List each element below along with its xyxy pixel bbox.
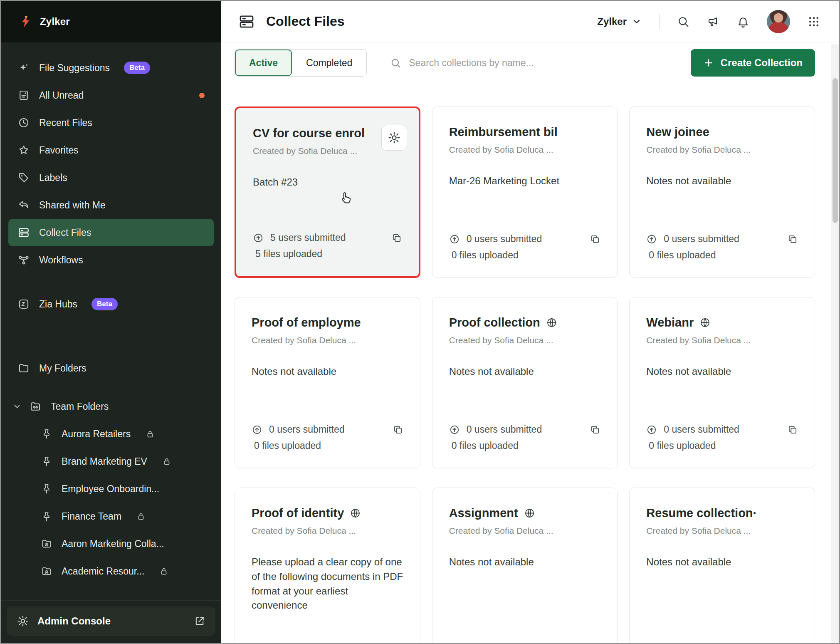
sidebar-item-labels[interactable]: Labels: [8, 164, 214, 191]
admin-console-bar: Admin Console: [1, 600, 221, 643]
sidebar-item-label: Recent Files: [39, 117, 92, 129]
sidebar-item-workflows[interactable]: Workflows: [8, 246, 214, 274]
lock-icon: [136, 512, 146, 521]
workflow-icon: [17, 254, 30, 266]
admin-console-button[interactable]: Admin Console: [7, 607, 215, 636]
files-uploaded: 0 files uploaded: [449, 250, 601, 261]
sidebar-item-label: Aurora Retailers: [62, 429, 131, 440]
apps-grid-icon[interactable]: [808, 15, 820, 28]
sidebar-item-academic-resources[interactable]: Academic Resour...: [8, 557, 214, 585]
sidebar-item-label: Brand Marketing EV: [62, 456, 147, 467]
collection-creator: Created by Sofia Deluca ...: [449, 145, 601, 155]
sidebar-item-label: Aaron Marketing Colla...: [62, 538, 164, 550]
collection-card[interactable]: Resume collection· Created by Sofia Delu…: [629, 488, 815, 643]
collections-grid: CV for course enrol Created by Sofia Del…: [235, 107, 815, 643]
collection-settings-button[interactable]: [381, 125, 407, 151]
collection-search: [390, 57, 689, 69]
pin-icon: [41, 510, 52, 522]
lock-icon: [159, 567, 168, 576]
collection-title: Proof of identity: [252, 506, 344, 520]
announcement-icon[interactable]: [707, 15, 719, 28]
collection-card[interactable]: Assignment Created by Sofia Deluca ... N…: [432, 488, 618, 643]
collection-note: Notes not available: [646, 364, 798, 413]
avatar[interactable]: [767, 10, 790, 33]
sidebar-item-zia-hubs[interactable]: Zia Hubs Beta: [8, 290, 214, 318]
collection-card[interactable]: Webianr Created by Sofia Deluca ... Note…: [629, 297, 815, 468]
sidebar-item-label: All Unread: [39, 90, 84, 101]
external-link-icon: [194, 615, 205, 627]
main-area: Collect Files Zylker: [221, 1, 839, 643]
sidebar-item-label: Zia Hubs: [39, 299, 77, 310]
collection-card[interactable]: Proof of identity Created by Sofia Deluc…: [235, 488, 420, 643]
sidebar-item-recent-files[interactable]: Recent Files: [8, 109, 214, 136]
collection-creator: Created by Sofia Deluca ...: [252, 526, 403, 536]
workspace-dropdown[interactable]: Zylker: [597, 16, 642, 27]
collection-title: Proof collection: [449, 316, 540, 329]
zylker-logo-icon: [18, 14, 33, 29]
sidebar-item-brand-marketing-ev[interactable]: Brand Marketing EV: [8, 448, 214, 475]
gear-icon: [17, 615, 29, 627]
copy-link-icon[interactable]: [590, 424, 600, 435]
sidebar-item-collect-files[interactable]: Collect Files: [8, 219, 214, 246]
users-submitted: 0 users submitted: [467, 233, 542, 245]
sidebar-item-employee-onboarding[interactable]: Employee Onboardin...: [8, 475, 214, 503]
vertical-scrollbar[interactable]: [831, 44, 839, 643]
collection-title: Resume collection·: [646, 506, 757, 520]
tab-completed[interactable]: Completed: [292, 50, 366, 76]
collection-stats: 0 users submitted 0 files uploaded: [252, 424, 403, 451]
header-actions: Zylker: [597, 10, 820, 33]
copy-link-icon[interactable]: [393, 424, 403, 435]
globe-icon: [524, 508, 535, 519]
sidebar-item-aaron-marketing[interactable]: Aaron Marketing Colla...: [8, 530, 214, 557]
pin-icon: [41, 456, 52, 467]
sidebar-item-my-folders[interactable]: My Folders: [8, 354, 214, 382]
sidebar-item-shared-with-me[interactable]: Shared with Me: [8, 191, 214, 219]
sidebar-item-favorites[interactable]: Favorites: [8, 136, 214, 164]
beta-badge: Beta: [91, 298, 118, 310]
sidebar-item-finance-team[interactable]: Finance Team: [8, 503, 214, 530]
copy-link-icon[interactable]: [787, 234, 798, 245]
pin-icon: [41, 483, 52, 495]
scrollbar-thumb[interactable]: [833, 78, 838, 223]
collection-card[interactable]: Reimbursement bil Created by Sofia Deluc…: [432, 107, 618, 278]
upload-circle-icon: [646, 234, 657, 245]
upload-circle-icon: [252, 424, 262, 435]
share-reply-icon: [17, 199, 30, 211]
globe-icon: [350, 508, 361, 519]
collection-card[interactable]: Proof of employme Created by Sofia Deluc…: [235, 297, 420, 468]
tab-active[interactable]: Active: [235, 50, 292, 76]
collection-card[interactable]: New joinee Created by Sofia Deluca ... N…: [629, 107, 815, 278]
copy-link-icon[interactable]: [590, 234, 600, 245]
sidebar-item-label: Labels: [39, 172, 67, 183]
files-uploaded: 0 files uploaded: [449, 440, 601, 451]
collection-note: Batch #23: [253, 175, 402, 221]
sidebar-item-all-unread[interactable]: All Unread: [8, 82, 214, 109]
collection-title: Reimbursement bil: [449, 125, 558, 139]
sidebar-item-team-folders[interactable]: Team Folders: [8, 393, 214, 420]
gear-icon: [388, 131, 401, 144]
copy-link-icon[interactable]: [391, 233, 402, 243]
sidebar-item-label: Team Folders: [51, 401, 109, 412]
search-icon[interactable]: [677, 15, 689, 28]
users-submitted: 0 users submitted: [467, 424, 542, 435]
search-input[interactable]: [409, 57, 689, 69]
sidebar-item-aurora-retailers[interactable]: Aurora Retailers: [8, 420, 214, 448]
sidebar-item-label: Favorites: [39, 145, 79, 156]
upload-circle-icon: [449, 234, 460, 245]
sidebar-item-file-suggestions[interactable]: File Suggestions Beta: [8, 54, 214, 82]
collection-card[interactable]: CV for course enrol Created by Sofia Del…: [235, 107, 420, 278]
folder-icon: [17, 362, 30, 374]
collection-title: New joinee: [646, 125, 709, 139]
files-uploaded: 5 files uploaded: [253, 248, 402, 260]
bell-icon[interactable]: [737, 15, 749, 28]
collection-stats: 0 users submitted 0 files uploaded: [646, 233, 798, 261]
clock-icon: [17, 116, 30, 129]
collection-card[interactable]: Proof collection Created by Sofia Deluca…: [432, 297, 618, 468]
page-header: Collect Files Zylker: [221, 1, 839, 42]
copy-link-icon[interactable]: [787, 424, 798, 435]
workspace-name: Zylker: [597, 16, 627, 27]
collection-creator: Created by Sofia Deluca ...: [646, 145, 798, 155]
unread-dot: [199, 93, 205, 98]
create-collection-button[interactable]: Create Collection: [691, 49, 815, 77]
collection-creator: Created by Sofia Deluca ...: [449, 526, 601, 536]
